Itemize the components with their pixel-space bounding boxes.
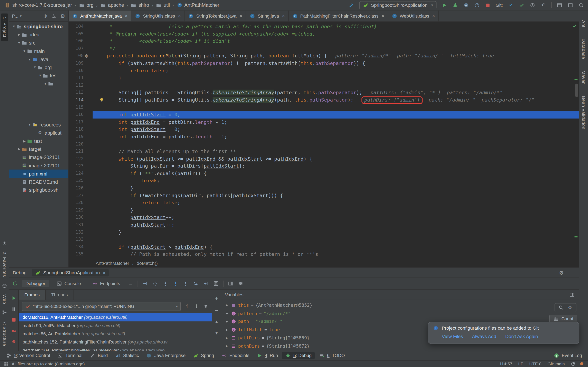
tree-item-folder[interactable]: ▼ (9, 80, 68, 88)
coverage-icon[interactable] (463, 2, 469, 8)
stack-frame[interactable]: matches:86, AntPathMatcher (org.apache.s… (19, 330, 212, 338)
line-number[interactable]: 128 (69, 199, 83, 207)
update-icon[interactable] (508, 2, 514, 8)
tree-item-applicati[interactable]: ⚙applicati (9, 129, 68, 137)
breadcrumb-item[interactable]: apache (99, 2, 125, 8)
close-icon[interactable]: × (381, 13, 384, 19)
breadcrumb-item[interactable]: util (155, 2, 171, 8)
editor-tab[interactable]: CString.java× (246, 10, 289, 21)
gear-icon[interactable]: ⚙ (60, 13, 66, 19)
error-stripe-mark[interactable] (574, 79, 578, 80)
code-line[interactable]: 106 * <code>false</code> if it didn't (69, 38, 579, 45)
code-line[interactable]: 125 break; (69, 177, 579, 184)
min-icon[interactable]: — (569, 270, 575, 276)
resume-icon[interactable] (11, 295, 17, 301)
plus-icon[interactable]: + (214, 295, 219, 301)
toolwindow-button-database[interactable]: Database (581, 39, 586, 59)
debug-view-tab-endpoints[interactable]: Endpoints (89, 279, 124, 288)
toolwindow-button-2-favorites[interactable]: 2: Favorites (2, 252, 7, 277)
panel-layout-icon[interactable] (569, 292, 575, 298)
code-line[interactable]: 128 return false; (69, 199, 579, 207)
code-line[interactable]: 123 String patDir = pattDirs[pattIdxStar… (69, 162, 579, 170)
pause-icon[interactable] (11, 306, 17, 312)
code-line[interactable]: 120 (69, 140, 579, 148)
breakpoints-icon[interactable] (11, 328, 17, 334)
line-number[interactable]: 130 (69, 214, 83, 221)
line-number[interactable]: 121 (69, 148, 83, 155)
code-line[interactable]: 130 pattIdxStart++; (69, 214, 579, 221)
toolwindow-button-9-version-control[interactable]: 9: Version Control (3, 352, 53, 359)
editor-tab[interactable]: CAntPathMatcher.java× (69, 10, 131, 21)
code-line[interactable]: 110 return false; (69, 67, 579, 74)
tree-item-org[interactable]: ▼org (9, 63, 68, 72)
up-chev-icon[interactable]: ▲ (214, 319, 219, 325)
layout2-icon[interactable] (567, 2, 573, 8)
layout-icon[interactable] (556, 2, 563, 8)
code-line[interactable]: 116 int pattIdxStart = 0; (69, 111, 579, 118)
funnel-icon[interactable] (203, 303, 209, 309)
search-icon[interactable] (558, 304, 564, 310)
line-number[interactable]: 134 (69, 243, 83, 251)
toolwindow-button-java-enterprise[interactable]: JJava Enterprise (143, 352, 189, 359)
variable-row-pattern[interactable]: ▶ppattern = "/admin/*" (221, 309, 579, 317)
code-line[interactable]: 113 String[] pattDirs = StringUtils.toke… (69, 89, 579, 96)
close-icon[interactable]: × (103, 270, 106, 276)
toolwindow-button-maven[interactable]: Maven (581, 70, 586, 85)
inspections-ok-icon[interactable] (572, 23, 577, 30)
line-number[interactable]: 119 (69, 133, 83, 140)
breadcrumb-item[interactable]: shiro-core-1.7.0-sources.jar (4, 2, 73, 8)
show-exec-icon[interactable] (142, 281, 148, 286)
toolwindow-button-7-structure[interactable]: 7: Structure (2, 321, 7, 346)
code-line[interactable]: 119 int pathIdxEnd = pathDirs.length - 1… (69, 133, 579, 140)
locate-icon[interactable]: ⊕ (42, 13, 48, 19)
stop-red-icon[interactable] (11, 317, 17, 323)
tree-chevron-icon[interactable]: ▶ (17, 148, 21, 151)
variable-row-this[interactable]: ▶this = {AntPathMatcher@5852} (221, 301, 579, 309)
code-line[interactable]: 112 (69, 82, 579, 89)
play-icon[interactable] (441, 2, 447, 8)
toolwindow-button-1-project[interactable]: 1: Project (1, 14, 8, 41)
tree-chevron-icon[interactable]: ▶ (17, 33, 21, 37)
code-line[interactable]: 117 int pattIdxEnd = pattDirs.length - 1… (69, 118, 579, 126)
code-line[interactable]: 105 * @return <code>true</code> if the s… (69, 30, 579, 38)
rerun-icon[interactable] (12, 281, 18, 286)
code-line[interactable]: 107 */ (69, 45, 579, 52)
toolwindow-button-build[interactable]: Build (87, 352, 111, 359)
line-number[interactable]: 125 (69, 177, 83, 184)
toolwindow-button-statistic[interactable]: Statistic (112, 352, 142, 359)
stop-icon[interactable] (485, 2, 490, 8)
tree-chevron-icon[interactable]: ▼ (38, 74, 42, 77)
git-branch-widget[interactable]: Git: main (547, 361, 565, 366)
drop-frame-icon[interactable] (193, 281, 199, 286)
stack-frame[interactable]: doMatch:116, AntPathMatcher (org.apache.… (19, 313, 212, 321)
editor-tab[interactable]: CStringTokenizer.java× (185, 10, 246, 21)
hammer-blue-icon[interactable] (348, 2, 355, 8)
editor-tab[interactable]: CStringUtils.class× (131, 10, 185, 21)
line-number[interactable]: 118 (69, 126, 83, 133)
orange-dot-icon[interactable] (580, 361, 584, 366)
line-number[interactable]: 131 (69, 221, 83, 229)
editor-tab[interactable]: CPathMatchingFilterChainResolver.class× (289, 10, 388, 21)
tree-chevron-icon[interactable]: ▼ (22, 50, 26, 53)
tree-item-java[interactable]: ▼java (9, 55, 68, 63)
code-line[interactable]: 127 if (!matchStrings(patDir, pathDirs[p… (69, 192, 579, 199)
line-number[interactable]: 114 (69, 96, 83, 104)
line-number[interactable]: 116 (69, 111, 83, 118)
tree-item-pom-xml[interactable]: mpom.xml (9, 170, 68, 178)
line-number[interactable]: 109 (69, 60, 83, 67)
notification-action-always-add[interactable]: Always Add (472, 334, 496, 339)
sliders-icon[interactable] (51, 13, 57, 19)
step-out-icon[interactable] (183, 281, 189, 286)
tree-item-image-202101[interactable]: image-202101 (9, 161, 68, 170)
code-line[interactable]: 114 String[] pathDirs = StringUtils.toke… (69, 96, 579, 104)
chevron-right-icon[interactable]: ▶ (225, 344, 229, 348)
line-number[interactable]: 115 (69, 104, 83, 111)
line-number[interactable]: 105 (69, 30, 83, 38)
line-number[interactable]: 126 (69, 184, 83, 192)
up-icon[interactable]: ↑ (184, 303, 190, 309)
tree-chevron-icon[interactable]: ▼ (17, 41, 21, 45)
line-number[interactable]: 117 (69, 118, 83, 126)
code-line[interactable]: 108@protected boolean doMatch(String pat… (69, 52, 579, 60)
tree-chevron-icon[interactable]: ▼ (27, 58, 32, 61)
evaluate-icon[interactable] (213, 281, 219, 286)
